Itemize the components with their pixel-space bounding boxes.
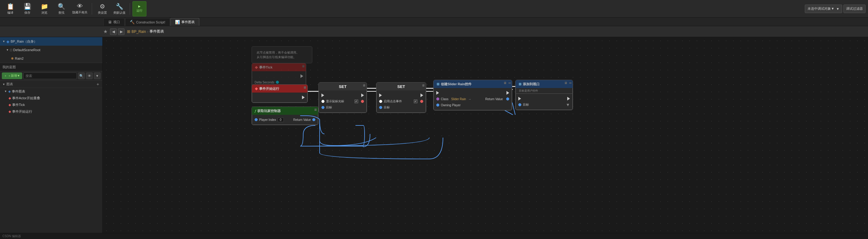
defaults-icon: 🔧 xyxy=(116,3,123,10)
find-button[interactable]: 🔍 查找 xyxy=(54,1,69,17)
add-to-viewport-body: 目标 ▼ xyxy=(516,94,573,110)
breadcrumb-forward-button[interactable]: ▶ xyxy=(118,28,125,35)
blueprint-canvas[interactable]: 此节点被禁用，将不会被调用。从引脚连出引线来编译功能。 ◆ 事件Tick 🖥 D… xyxy=(103,37,868,233)
set1-exec-out xyxy=(361,94,364,97)
set2-exec-in xyxy=(379,94,382,97)
plus-icon: ＋ xyxy=(4,74,7,78)
monitor-icon-create: 🖥 xyxy=(503,81,506,85)
my-blueprint-header: 我的蓝图 xyxy=(0,63,102,71)
particle-icon: ❋ xyxy=(11,57,14,60)
breadcrumb-root-link[interactable]: BP_Rain xyxy=(131,29,146,34)
set1-exec-in xyxy=(321,94,324,97)
sidebar-item-event-actor-overlap[interactable]: ◆ 事件Actor开始重叠 xyxy=(0,95,102,101)
event-tick-icon: ◆ xyxy=(8,103,11,107)
event-tick-node[interactable]: ◆ 事件Tick 🖥 Delta Seconds xyxy=(252,63,306,88)
compile-icon: 📋 xyxy=(7,3,14,10)
set1-show-cursor-pin: 显示鼠标光标 ✓ xyxy=(319,98,366,104)
pin-exec-out xyxy=(252,73,306,79)
resize-icon-add: ⇔ xyxy=(569,81,571,85)
set2-header: SET 🖥 xyxy=(376,82,426,90)
hide-unrelated-button[interactable]: 👁 隐藏不相关 xyxy=(70,1,89,17)
blueprint-icon: ◈ xyxy=(6,39,9,44)
set2-checkbox[interactable]: ✓ xyxy=(414,100,417,103)
event-begin-play-node[interactable]: ◆ 事件开始运行 🖥 xyxy=(252,84,308,103)
sidebar-item-bp-rain[interactable]: ▼ ◈ BP_Rain（自身） xyxy=(0,37,102,46)
scene-root-icon: □ xyxy=(10,48,12,52)
player-index-value[interactable]: 0 xyxy=(278,117,284,122)
graph-section-header: ▼ 图表 ＋ xyxy=(0,81,102,88)
exec-out-pin xyxy=(301,74,303,78)
breadcrumb-back-button[interactable]: ◀ xyxy=(110,28,117,35)
set2-dot xyxy=(379,100,382,103)
add-target-dot xyxy=(518,103,521,106)
monitor-icon-add: 🖥 xyxy=(564,81,567,85)
blueprint-hierarchy-section: ▼ ◈ BP_Rain（自身） ▼ □ DefaultSceneRoot ❋ R… xyxy=(0,37,102,63)
resize-icon-create: ⇔ xyxy=(508,81,511,85)
add-viewport-icon: ⊞ xyxy=(519,82,521,86)
player-index-pin-dot xyxy=(255,118,258,121)
save-button[interactable]: 💾 保存 xyxy=(20,1,35,17)
create-slider-rain-node[interactable]: ⊞ 创建Slider Rain控件 🖥 ⇔ Class Slider Rain … xyxy=(433,80,512,110)
monitor-icon-begin-play: 🖥 xyxy=(303,86,306,89)
eye-icon-button[interactable]: 👁 xyxy=(86,73,93,79)
breadcrumb-navigation: ◀ ▶ xyxy=(110,28,125,35)
divider1 xyxy=(92,3,92,15)
statusbar: CSDN 编辑器 xyxy=(0,233,868,239)
player-index-pin: Player Index 0 Return Value xyxy=(252,116,318,123)
tab-viewport[interactable]: 🖥 视口 xyxy=(103,18,125,26)
debug-target-dropdown[interactable]: 未选中调试对象▼ ▼ xyxy=(805,5,842,13)
set2-target-pin: 目标 xyxy=(377,104,426,110)
hide-icon: 👁 xyxy=(77,3,83,10)
run-button[interactable]: ▶ 运行 xyxy=(132,1,147,17)
event-graph-collapse-icon: ▼ xyxy=(4,90,7,93)
sidebar-search-input[interactable] xyxy=(23,73,77,79)
breadcrumb-current-page: 事件图表 xyxy=(150,29,164,34)
add-to-viewport-node[interactable]: ⊞ 添加到视口 🖥 ⇔ 目标是用户控件 目标 ▼ xyxy=(515,80,573,110)
event-icon: ◆ xyxy=(255,65,258,70)
sidebar-search-row: ＋ ＋新增▼ 🔍 👁 ▼ xyxy=(0,71,102,81)
monitor-icon-set1: 🖥 xyxy=(363,84,366,87)
chevron-down-icon: ▼ xyxy=(836,7,839,11)
wire-overlay xyxy=(103,37,868,233)
tab-construction-script[interactable]: 🔨 Construction Script! xyxy=(125,18,170,26)
return-value-pin-dot xyxy=(312,118,315,121)
run-icon: ▶ xyxy=(138,5,141,8)
class-settings-button[interactable]: ⚙ 类设置 xyxy=(94,1,110,17)
favorite-star-icon[interactable]: ★ xyxy=(103,29,107,34)
browse-icon: 📁 xyxy=(41,3,48,10)
add-exec-in-row xyxy=(516,96,572,102)
set2-exec-in-row xyxy=(377,92,426,98)
graph-add-button[interactable]: ＋ xyxy=(96,82,100,87)
compile-button[interactable]: 📋 编译 xyxy=(2,1,18,17)
add-to-viewport-header: ⊞ 添加到视口 🖥 ⇔ xyxy=(516,80,573,88)
sidebar-item-event-begin-play[interactable]: ◆ 事件开始运行 xyxy=(0,108,102,115)
set1-node[interactable]: SET 🖥 显示鼠标光标 ✓ 目标 xyxy=(318,82,367,113)
create-exec-in-row xyxy=(434,90,512,96)
create-slider-rain-body: Class Slider Rain → Return Value Owning … xyxy=(434,88,512,110)
sidebar-item-rain2[interactable]: ❋ Rain2 xyxy=(0,54,102,63)
main-layout: ▼ ◈ BP_Rain（自身） ▼ □ DefaultSceneRoot ❋ R… xyxy=(0,37,868,233)
class-defaults-button[interactable]: 🔧 类默认值 xyxy=(112,1,127,17)
search-icon-button[interactable]: 🔍 xyxy=(78,73,85,79)
tab-event-graph[interactable]: 📊 事件图表 xyxy=(170,18,199,26)
sidebar-item-default-scene-root[interactable]: ▼ □ DefaultSceneRoot xyxy=(0,46,102,54)
create-slider-rain-header: ⊞ 创建Slider Rain控件 🖥 ⇔ xyxy=(434,80,512,88)
set1-header: SET 🖥 xyxy=(319,82,367,90)
new-add-button[interactable]: ＋ ＋新增▼ xyxy=(2,73,22,79)
create-owning-player-dot xyxy=(436,104,439,107)
set2-node[interactable]: SET 🖥 启用点击事件 ✓ 目标 xyxy=(376,82,426,113)
function-icon: 𝑓 xyxy=(255,109,256,113)
set1-checkbox[interactable]: ✓ xyxy=(354,100,358,103)
sidebar-item-event-tick[interactable]: ◆ 事件Tick xyxy=(0,101,102,108)
chevron-down-add: ▼ xyxy=(566,102,570,107)
add-exec-out xyxy=(567,97,570,101)
my-blueprint-section: 我的蓝图 xyxy=(0,63,102,71)
create-icon: ⊞ xyxy=(437,82,439,86)
filter-arrow-button[interactable]: ▼ xyxy=(94,73,100,79)
debug-filter[interactable]: 调试过滤器 xyxy=(843,5,866,13)
exec-out-row xyxy=(252,95,307,101)
event-begin-play-icon: ◆ xyxy=(255,86,258,91)
browse-button[interactable]: 📁 浏览 xyxy=(36,1,52,17)
get-player-controller-node[interactable]: 𝑓 获取玩家控制器 🖥 Player Index 0 Return Value xyxy=(252,107,318,125)
sidebar-item-event-graph[interactable]: ▼ ◈ 事件图表 xyxy=(0,88,102,95)
